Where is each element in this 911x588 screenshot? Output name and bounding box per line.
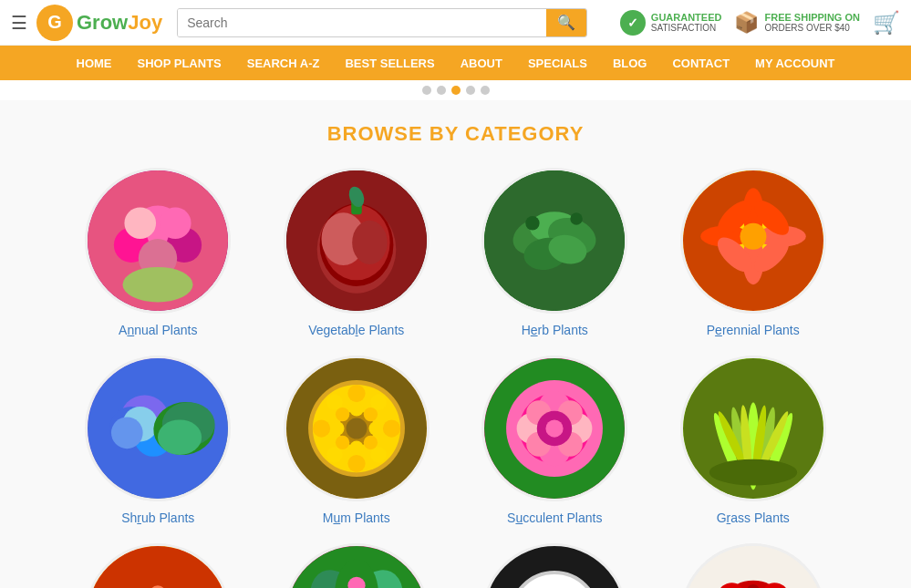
mum-svg <box>286 358 427 499</box>
svg-point-34 <box>740 223 766 250</box>
category-image-gift: $25 <box>680 543 826 588</box>
category-item-annual[interactable]: Annual Plants <box>64 168 254 337</box>
herb-svg <box>484 170 625 311</box>
header: ☰ G GrowJoy 🔍 ✓ GUARANTEED SATISFACTION … <box>0 0 911 46</box>
svg-point-51 <box>326 394 342 409</box>
svg-point-22 <box>525 216 539 230</box>
category-label-vegetable: Vegetable Plants <box>308 323 404 337</box>
succulent-svg <box>484 358 625 499</box>
svg-point-47 <box>347 385 365 402</box>
nav-shop-plants[interactable]: SHOP PLANTS <box>125 46 234 80</box>
guarantee-icon: ✓ <box>620 10 646 36</box>
carousel-dot-2[interactable] <box>437 86 446 95</box>
annual-svg <box>88 170 228 311</box>
nav-about[interactable]: ABOUT <box>448 46 515 80</box>
category-item-shrub[interactable]: Shrub Plants <box>64 356 254 525</box>
gift-inner: $25 <box>683 546 823 588</box>
svg-point-77 <box>546 419 564 437</box>
svg-point-54 <box>370 447 386 462</box>
pw-logo: PW PROVENWINNERS <box>484 546 625 588</box>
nav-best-sellers[interactable]: BEST SELLERS <box>332 46 447 80</box>
svg-point-52 <box>370 394 386 409</box>
svg-point-23 <box>571 212 583 224</box>
navbar: HOME SHOP PLANTS SEARCH A-Z BEST SELLERS… <box>0 46 911 80</box>
category-image-perennial <box>680 168 826 314</box>
shipping-text: FREE SHIPPING ON ORDERS OVER $40 <box>764 12 860 33</box>
guarantee-top: GUARANTEED <box>651 12 722 23</box>
category-item-herb[interactable]: Herb Plants <box>461 168 650 337</box>
header-right: ✓ GUARANTEED SATISFACTION 📦 FREE SHIPPIN… <box>620 10 900 36</box>
logo-text: GrowJoy <box>77 11 162 35</box>
category-item-vegetable[interactable]: Vegetable Plants <box>262 168 451 337</box>
logo-circle: G <box>36 5 73 41</box>
category-item-houseplant[interactable]: Houseplants <box>262 543 451 588</box>
search-input[interactable] <box>178 9 546 36</box>
category-item-grass[interactable]: Grass Plants <box>658 356 848 525</box>
carousel-dots <box>0 80 911 100</box>
category-label-perennial: Perennial Plants <box>707 323 800 337</box>
houseplant-svg <box>286 546 427 588</box>
category-image-houseplant <box>284 543 430 588</box>
category-item-gift[interactable]: $25 Gift Certificates <box>658 543 848 588</box>
nav-blog[interactable]: BLOG <box>600 46 660 80</box>
logo[interactable]: G GrowJoy <box>36 5 162 41</box>
svg-point-43 <box>158 419 202 455</box>
svg-point-60 <box>368 421 382 435</box>
svg-point-64 <box>363 436 377 449</box>
category-item-mum[interactable]: Mum Plants <box>262 356 451 525</box>
carousel-dot-4[interactable] <box>466 86 475 95</box>
shipping-block: 📦 FREE SHIPPING ON ORDERS OVER $40 <box>734 11 860 35</box>
search-button[interactable]: 🔍 <box>546 9 586 36</box>
logo-grow: Grow <box>77 11 128 34</box>
category-grid: Annual Plants Vegetable Plants <box>64 168 848 588</box>
svg-point-88 <box>709 459 797 486</box>
guarantee-bottom: SATISFACTION <box>651 23 722 33</box>
category-image-proven: PW PROVENWINNERS <box>481 543 627 588</box>
search-bar: 🔍 <box>177 8 587 37</box>
category-image-flower <box>85 543 231 588</box>
shrub-svg <box>88 358 228 499</box>
guarantee-text: GUARANTEED SATISFACTION <box>651 12 722 33</box>
nav-contact[interactable]: CONTACT <box>659 46 742 80</box>
shipping-top: FREE SHIPPING ON <box>764 12 860 23</box>
svg-point-49 <box>313 419 330 437</box>
svg-point-6 <box>160 207 192 239</box>
nav-specials[interactable]: SPECIALS <box>515 46 600 80</box>
search-icon: 🔍 <box>557 15 575 30</box>
carousel-dot-1[interactable] <box>422 86 431 95</box>
category-image-vegetable <box>284 168 430 314</box>
svg-point-61 <box>336 407 349 421</box>
category-item-succulent[interactable]: Succulent Plants <box>461 356 650 525</box>
menu-icon[interactable]: ☰ <box>11 12 27 34</box>
category-image-herb <box>481 168 627 314</box>
nav-my-account[interactable]: MY ACCOUNT <box>742 46 847 80</box>
nav-search-az[interactable]: SEARCH A-Z <box>234 46 333 80</box>
svg-point-57 <box>349 402 363 416</box>
shipping-icon: 📦 <box>734 11 759 35</box>
svg-point-63 <box>336 436 349 449</box>
logo-joy: Joy <box>128 11 162 34</box>
category-label-grass: Grass Plants <box>717 511 790 525</box>
cart-icon[interactable]: 🛒 <box>873 10 900 36</box>
carousel-dot-3[interactable] <box>451 86 461 95</box>
gift-svg: $25 <box>683 546 823 588</box>
svg-point-89 <box>88 546 228 588</box>
svg-point-5 <box>125 207 157 239</box>
svg-point-40 <box>111 417 143 449</box>
category-image-annual <box>85 168 231 314</box>
vegetable-svg <box>286 170 427 311</box>
carousel-dot-5[interactable] <box>481 86 490 95</box>
category-item-flower[interactable]: Flower Combos <box>64 543 254 588</box>
category-image-mum <box>284 356 430 501</box>
svg-point-13 <box>352 221 388 264</box>
svg-point-62 <box>363 407 377 421</box>
main-content: BROWSE BY CATEGORY Annual Plants <box>0 100 911 588</box>
nav-home[interactable]: HOME <box>64 46 125 80</box>
category-item-proven[interactable]: PW PROVENWINNERS Proven Winners <box>461 543 650 588</box>
category-item-perennial[interactable]: Perennial Plants <box>658 168 848 337</box>
category-label-mum: Mum Plants <box>323 511 390 525</box>
category-label-annual: Annual Plants <box>119 323 197 337</box>
grass-svg <box>683 358 823 499</box>
pw-inner: PW PROVENWINNERS <box>509 571 600 588</box>
svg-point-7 <box>123 267 193 303</box>
